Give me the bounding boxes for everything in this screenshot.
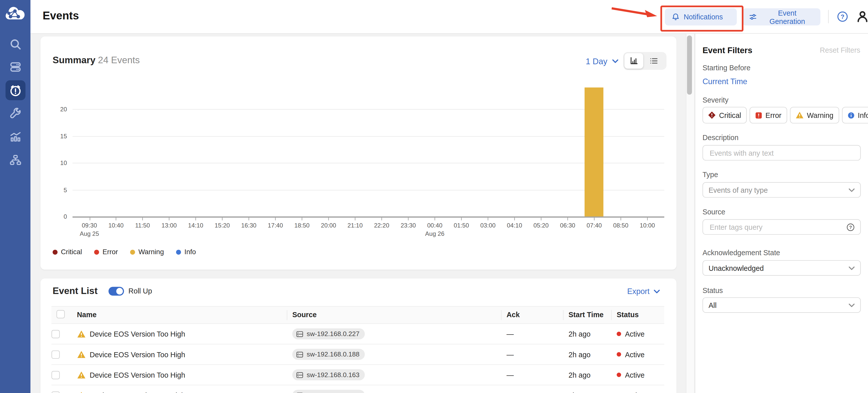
type-value: Events of any type bbox=[709, 186, 768, 194]
sliders-icon bbox=[749, 13, 757, 21]
warning-icon bbox=[77, 350, 86, 359]
event-table: Name Source Ack Start Time Status bbox=[51, 306, 664, 393]
switch-device-icon bbox=[296, 330, 304, 338]
ack-value: — bbox=[501, 370, 563, 379]
severity-error-button[interactable]: Error bbox=[749, 107, 787, 123]
row-checkbox[interactable] bbox=[51, 330, 60, 338]
table-body: Device EOS Version Too High sw-192.168.0… bbox=[51, 324, 664, 393]
cloudvision-logo bbox=[4, 6, 26, 22]
event-name: Device EOS Version Too High bbox=[90, 330, 185, 338]
severity-critical-button[interactable]: Critical bbox=[703, 107, 747, 123]
legend-dot bbox=[176, 249, 181, 254]
status-select[interactable]: All bbox=[703, 297, 861, 313]
sidebar-item-metrics[interactable] bbox=[5, 127, 25, 147]
x-tick-label: 21:10 bbox=[342, 222, 368, 229]
ack-value: — bbox=[501, 350, 563, 359]
row-checkbox[interactable] bbox=[51, 350, 60, 359]
source-name: sw-192.168.0.227 bbox=[307, 330, 360, 338]
type-select[interactable]: Events of any type bbox=[703, 182, 861, 198]
devices-icon bbox=[9, 61, 21, 73]
rollup-label: Roll Up bbox=[128, 287, 152, 295]
ack-state-value: Unacknowledged bbox=[709, 264, 764, 272]
vertical-scrollbar-thumb[interactable] bbox=[687, 35, 692, 95]
status-value: All bbox=[709, 301, 717, 309]
reset-filters-link[interactable]: Reset Filters bbox=[820, 46, 860, 54]
help-icon: ? bbox=[837, 11, 848, 22]
status-dot bbox=[617, 332, 621, 336]
source-name: sw-192.168.0.163 bbox=[307, 371, 360, 379]
severity-warning-button[interactable]: Warning bbox=[790, 107, 839, 123]
source-chip[interactable]: sw-192.168.0.237 bbox=[292, 390, 365, 393]
switch-device-icon bbox=[296, 351, 304, 358]
sidebar-item-events[interactable] bbox=[5, 80, 25, 100]
event-generation-button[interactable]: Event Generation bbox=[742, 8, 820, 25]
source-chip[interactable]: sw-192.168.0.188 bbox=[292, 349, 365, 360]
status-dot bbox=[617, 372, 621, 377]
source-chip[interactable]: sw-192.168.0.163 bbox=[292, 369, 365, 381]
col-name[interactable]: Name bbox=[72, 310, 287, 320]
col-source[interactable]: Source bbox=[287, 310, 502, 320]
description-input-wrap bbox=[703, 145, 861, 161]
sidebar-item-search[interactable] bbox=[5, 34, 25, 54]
legend-item-info[interactable]: Info bbox=[176, 248, 196, 256]
description-label: Description bbox=[703, 133, 739, 142]
table-row[interactable]: Device EOS Version Too High sw-192.168.0… bbox=[51, 365, 664, 385]
svg-text:?: ? bbox=[841, 13, 844, 20]
notifications-button[interactable]: Notifications bbox=[665, 8, 737, 25]
legend-item-critical[interactable]: Critical bbox=[53, 248, 82, 256]
header-divider bbox=[828, 10, 829, 24]
metrics-icon bbox=[9, 131, 21, 143]
x-tick-label: 00:40 bbox=[422, 222, 448, 229]
x-tick-label: 10:40 bbox=[103, 222, 129, 229]
sidebar-item-devices[interactable] bbox=[5, 57, 25, 77]
rollup-toggle[interactable] bbox=[108, 287, 124, 296]
col-start-time[interactable]: Start Time bbox=[563, 310, 612, 320]
description-input[interactable] bbox=[709, 148, 855, 157]
chart-bar-warning[interactable] bbox=[585, 88, 604, 217]
source-chip[interactable]: sw-192.168.0.227 bbox=[292, 328, 365, 339]
sidebar-item-topology[interactable] bbox=[5, 150, 25, 170]
table-row[interactable]: Device EOS Version Too High sw-192.168.0… bbox=[51, 386, 664, 393]
status-dot bbox=[617, 352, 621, 357]
x-tick-label: 14:10 bbox=[182, 222, 209, 229]
event-filters-panel: Event Filters Reset Filters Starting Bef… bbox=[695, 33, 868, 393]
x-tick-label: 04:10 bbox=[501, 222, 528, 229]
event-name: Device EOS Version Too High bbox=[90, 391, 185, 393]
legend-item-error[interactable]: Error bbox=[94, 248, 118, 256]
source-input[interactable] bbox=[709, 222, 846, 232]
x-tick-label: 01:50 bbox=[448, 222, 474, 229]
x-tick-label: 06:30 bbox=[554, 222, 581, 229]
table-row[interactable]: Device EOS Version Too High sw-192.168.0… bbox=[51, 344, 664, 365]
ack-state-select[interactable]: Unacknowledged bbox=[703, 260, 861, 276]
row-checkbox[interactable] bbox=[51, 370, 60, 379]
legend-item-warning[interactable]: Warning bbox=[130, 248, 164, 256]
table-row[interactable]: Device EOS Version Too High sw-192.168.0… bbox=[51, 324, 664, 344]
topology-icon bbox=[9, 154, 21, 166]
toggle-switch[interactable] bbox=[108, 287, 124, 296]
col-ack[interactable]: Ack bbox=[501, 310, 563, 320]
x-tick-label: 15:20 bbox=[209, 222, 236, 229]
select-all-checkbox[interactable] bbox=[56, 310, 65, 319]
type-label: Type bbox=[703, 171, 718, 179]
row-checkbox[interactable] bbox=[51, 391, 60, 393]
starting-before-value[interactable]: Current Time bbox=[703, 77, 747, 86]
col-status[interactable]: Status bbox=[612, 310, 664, 320]
x-tick-label: 03:00 bbox=[474, 222, 501, 229]
event-name: Device EOS Version Too High bbox=[90, 350, 185, 359]
question-circle-icon[interactable]: ? bbox=[846, 223, 855, 231]
toggle-knob bbox=[116, 288, 123, 295]
warning-icon bbox=[77, 391, 86, 393]
sidebar-item-provisioning[interactable] bbox=[5, 103, 25, 123]
x-tick-label: 07:40 bbox=[581, 222, 607, 229]
source-label: Source bbox=[703, 208, 725, 216]
export-dropdown[interactable]: Export bbox=[627, 287, 660, 296]
chart-legend: CriticalErrorWarningInfo bbox=[53, 248, 196, 256]
help-button[interactable]: ? bbox=[837, 11, 848, 25]
user-menu[interactable] bbox=[856, 10, 868, 26]
source-name: sw-192.168.0.188 bbox=[307, 351, 360, 358]
app-canvas: Events Notifications Event Generation bbox=[0, 0, 868, 393]
header: Events Notifications Event Generation bbox=[30, 0, 868, 34]
severity-info-button[interactable]: Info bbox=[842, 107, 868, 123]
x-tick-label: 20:00 bbox=[315, 222, 342, 229]
legend-dot bbox=[130, 249, 135, 254]
